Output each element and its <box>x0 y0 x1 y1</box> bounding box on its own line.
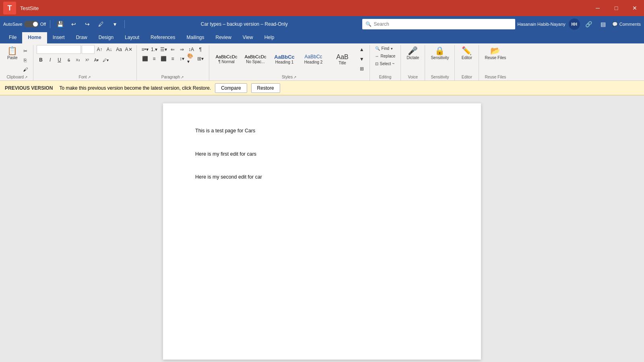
bold-button[interactable]: B <box>37 56 45 64</box>
highlight-button[interactable]: 🖊▾ <box>101 56 110 64</box>
style-heading1[interactable]: AaBbCc Heading 1 <box>270 48 299 70</box>
increase-indent-button[interactable]: ⇒ <box>178 45 186 54</box>
styles-scroll-up[interactable]: ▲ <box>357 45 366 54</box>
style-heading1-preview: AaBbCc <box>274 54 295 60</box>
toggle-knob <box>33 22 38 27</box>
decrease-font-button[interactable]: A↓ <box>105 45 114 54</box>
bullets-button[interactable]: ≡•▾ <box>140 45 149 54</box>
tab-draw[interactable]: Draw <box>70 32 93 43</box>
voice-label: Voice <box>408 74 418 80</box>
customize-toolbar-button[interactable]: 🖊 <box>95 19 107 30</box>
undo-button[interactable]: ↩ <box>68 19 79 30</box>
clear-format-button[interactable]: A✕ <box>124 45 133 54</box>
sort-button[interactable]: ↕A <box>187 45 196 54</box>
increase-font-button[interactable]: A↑ <box>95 45 104 54</box>
windows-button[interactable]: ▤ <box>598 19 609 30</box>
clipboard-expand-icon[interactable]: ↗ <box>25 75 28 79</box>
more-options-button[interactable]: ▾ <box>109 19 120 30</box>
tab-layout[interactable]: Layout <box>119 32 145 43</box>
save-button[interactable]: 💾 <box>54 19 66 30</box>
search-box[interactable]: 🔍 <box>362 19 515 29</box>
borders-button[interactable]: ⊞▾ <box>196 54 205 63</box>
decrease-indent-button[interactable]: ⇐ <box>168 45 177 54</box>
change-case-button[interactable]: Aa <box>115 45 124 54</box>
italic-button[interactable]: I <box>46 56 55 64</box>
tab-view[interactable]: View <box>237 32 259 43</box>
dictate-button[interactable]: 🎤 Dictate <box>404 45 421 62</box>
style-heading2[interactable]: AaBbCc Heading 2 <box>299 48 328 70</box>
compare-button[interactable]: Compare <box>215 83 247 93</box>
styles-scroll-down[interactable]: ▼ <box>357 55 366 64</box>
tab-help[interactable]: Help <box>259 32 280 43</box>
autosave-label: AutoSave <box>3 22 23 27</box>
superscript-button[interactable]: X² <box>83 56 92 64</box>
align-right-button[interactable]: ⬛ <box>159 54 168 63</box>
font-color-button[interactable]: A▾ <box>92 56 101 64</box>
search-input[interactable] <box>374 21 512 27</box>
font-name-box[interactable] <box>37 45 81 54</box>
show-formatting-button[interactable]: ¶ <box>196 45 205 54</box>
minimize-button[interactable]: ─ <box>588 0 607 16</box>
toolbar-row: AutoSave Off 💾 ↩ ↪ 🖊 ▾ Car types – backu… <box>0 16 644 32</box>
style-normal-label: ¶ Normal <box>218 60 234 64</box>
font-size-box[interactable] <box>82 45 95 54</box>
select-button[interactable]: ⊡ Select ~ <box>373 60 396 67</box>
line-spacing-button[interactable]: ↕▾ <box>178 54 186 63</box>
app-icon: T <box>3 2 16 14</box>
multilevel-button[interactable]: ☰▾ <box>159 45 168 54</box>
shading-button[interactable]: 🎨▾ <box>187 54 196 63</box>
tab-mailings[interactable]: Mailings <box>181 32 210 43</box>
numbering-button[interactable]: 1.▾ <box>150 45 159 54</box>
autosave-toggle[interactable] <box>24 21 39 27</box>
share-button[interactable]: 🔗 <box>583 19 594 30</box>
clipboard-label: Clipboard ↗ <box>6 74 28 80</box>
tab-review[interactable]: Review <box>210 32 237 43</box>
cut-button[interactable]: ✂ <box>21 47 30 56</box>
tab-references[interactable]: References <box>145 32 181 43</box>
select-icon: ⊡ <box>375 62 378 66</box>
font-expand-icon[interactable]: ↗ <box>88 75 91 79</box>
format-painter-button[interactable]: 🖌 <box>21 65 30 74</box>
find-button[interactable]: 🔍 Find ▾ <box>373 45 395 52</box>
user-name: Hasanain Habib-Nayany <box>518 22 566 27</box>
sensitivity-button[interactable]: 🔒 Sensitivity <box>428 45 451 62</box>
app-title: TestSite <box>20 5 641 11</box>
align-center-button[interactable]: ≡ <box>150 54 159 63</box>
strikethrough-button[interactable]: S̶ <box>64 56 73 64</box>
reuse-button[interactable]: 📂 Reuse Files <box>482 45 508 62</box>
doc-line-3[interactable]: Here is my second edit for car <box>195 174 449 181</box>
styles-gallery: AaBbCcDc ¶ Normal AaBbCcDc No Spac... Aa… <box>213 45 366 73</box>
sensitivity-content: 🔒 Sensitivity <box>428 45 451 74</box>
close-button[interactable]: ✕ <box>625 0 644 16</box>
sensitivity-group: 🔒 Sensitivity Sensitivity <box>425 45 455 80</box>
title-controls: ─ □ ✕ <box>588 0 644 16</box>
copy-button[interactable]: ⎘ <box>21 56 30 65</box>
paragraph-group: ≡•▾ 1.▾ ☰▾ ⇐ ⇒ ↕A ¶ ⬛ ≡ ⬛ ≡ ↕▾ 🎨▾ ⊞▾ Par… <box>137 45 209 80</box>
style-no-spacing[interactable]: AaBbCcDc No Spac... <box>242 48 270 70</box>
paste-button[interactable]: 📋 Paste <box>5 45 20 62</box>
doc-line-1[interactable]: This is a test page for Cars <box>195 128 449 135</box>
maximize-button[interactable]: □ <box>607 0 625 16</box>
editor-button[interactable]: ✏️ Editor <box>459 45 475 62</box>
subscript-button[interactable]: X₂ <box>74 56 83 64</box>
restore-button[interactable]: Restore <box>251 83 280 93</box>
tab-insert[interactable]: Insert <box>47 32 70 43</box>
style-normal[interactable]: AaBbCcDc ¶ Normal <box>213 48 241 70</box>
replace-button[interactable]: ↔ Replace <box>373 53 398 60</box>
styles-expand[interactable]: ⊞ <box>357 64 366 73</box>
editing-content: 🔍 Find ▾ ↔ Replace ⊡ Select ~ <box>373 45 398 74</box>
doc-line-2[interactable]: Here is my first edit for cars <box>195 151 449 158</box>
justify-button[interactable]: ≡ <box>168 54 177 63</box>
tab-file[interactable]: File <box>3 32 22 43</box>
style-title-label: Title <box>339 61 346 65</box>
document-page[interactable]: This is a test page for Cars Here is my … <box>163 103 481 360</box>
underline-button[interactable]: U <box>55 56 64 64</box>
tab-home[interactable]: Home <box>22 32 47 43</box>
style-title[interactable]: AaB Title <box>328 48 357 70</box>
styles-expand-icon[interactable]: ↗ <box>293 75 297 79</box>
comments-button[interactable]: 💬 Comments <box>612 22 641 27</box>
tab-design[interactable]: Design <box>93 32 119 43</box>
align-left-button[interactable]: ⬛ <box>140 54 149 63</box>
paragraph-expand-icon[interactable]: ↗ <box>181 75 184 79</box>
redo-button[interactable]: ↪ <box>82 19 93 30</box>
